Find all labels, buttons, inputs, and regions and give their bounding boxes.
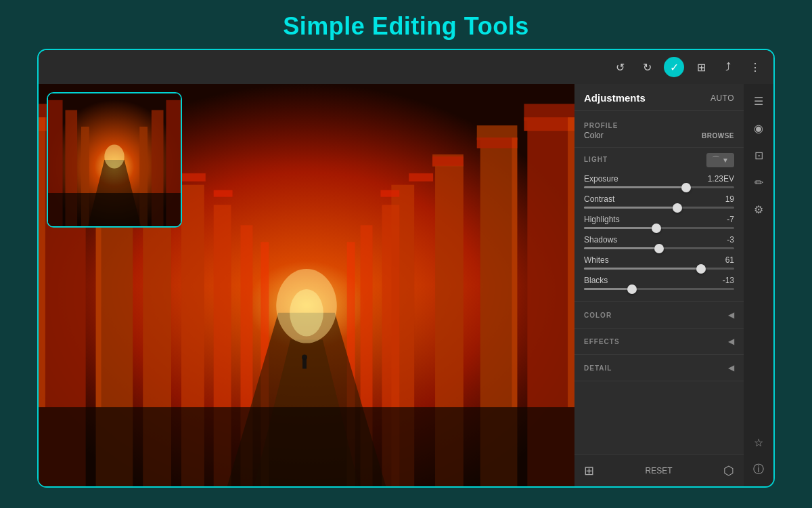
slider-highlights: Highlights -7 bbox=[584, 215, 734, 229]
svg-rect-27 bbox=[524, 117, 574, 131]
star-icon-button[interactable]: ☆ bbox=[747, 431, 770, 454]
slider-whites: Whites 61 bbox=[584, 255, 734, 270]
exposure-label: Exposure bbox=[584, 174, 618, 184]
app-frame: ↺ ↻ ✓ ⊞ ⤴ ⋮ bbox=[37, 49, 775, 488]
share-button[interactable]: ⤴ bbox=[718, 57, 738, 77]
adjustments-panel: Adjustments AUTO PROFILE Color BROWSE LI… bbox=[574, 84, 744, 486]
slider-contrast: Contrast 19 bbox=[584, 194, 734, 209]
highlights-track[interactable] bbox=[584, 227, 734, 229]
color-label: COLOR bbox=[584, 312, 612, 319]
auto-button[interactable]: AUTO bbox=[710, 93, 734, 103]
contrast-track[interactable] bbox=[584, 207, 734, 209]
svg-rect-36 bbox=[302, 358, 307, 368]
svg-rect-28 bbox=[477, 137, 518, 148]
contrast-value: 19 bbox=[725, 194, 734, 204]
profile-label: PROFILE bbox=[584, 122, 734, 129]
more-button[interactable]: ⋮ bbox=[745, 57, 765, 77]
reset-label: RESET bbox=[645, 466, 672, 475]
slider-blacks: Blacks -13 bbox=[584, 276, 734, 290]
light-label: LIGHT bbox=[584, 156, 608, 163]
whites-value: 61 bbox=[725, 255, 734, 265]
reset-button[interactable]: RESET bbox=[645, 466, 672, 475]
whites-label: Whites bbox=[584, 255, 609, 265]
svg-rect-40 bbox=[568, 117, 574, 407]
browse-button[interactable]: BROWSE bbox=[702, 132, 734, 140]
chevron-down-icon: ▼ bbox=[722, 156, 729, 164]
blacks-value: -13 bbox=[723, 276, 734, 285]
page-title: Simple Editing Tools bbox=[283, 12, 528, 41]
whites-track[interactable] bbox=[584, 268, 734, 270]
light-section-header: LIGHT ⌒ ▼ bbox=[584, 153, 734, 167]
profile-value: Color bbox=[584, 131, 604, 140]
compare-button[interactable]: ⊞ bbox=[691, 57, 711, 77]
undo-button[interactable]: ↺ bbox=[610, 57, 630, 77]
bottom-bar: ⊞ RESET ⬡ bbox=[574, 454, 744, 486]
info-icon-button[interactable]: ⓘ bbox=[747, 458, 770, 481]
svg-rect-53 bbox=[48, 193, 181, 226]
redo-button[interactable]: ↻ bbox=[637, 57, 657, 77]
slider-shadows: Shadows -3 bbox=[584, 235, 734, 249]
effects-section[interactable]: EFFECTS ◀ bbox=[574, 329, 744, 355]
export-button[interactable]: ⬡ bbox=[723, 463, 734, 478]
profile-section: PROFILE Color BROWSE bbox=[574, 117, 744, 148]
svg-point-52 bbox=[104, 144, 124, 168]
svg-rect-25 bbox=[181, 173, 206, 182]
svg-point-35 bbox=[290, 289, 323, 337]
detail-section[interactable]: DETAIL ◀ bbox=[574, 355, 744, 381]
highlights-label: Highlights bbox=[584, 215, 620, 224]
color-section[interactable]: COLOR ◀ bbox=[574, 302, 744, 329]
curve-button[interactable]: ⌒ ▼ bbox=[706, 153, 734, 167]
curve-icon: ⌒ bbox=[712, 154, 720, 166]
color-chevron-icon: ◀ bbox=[728, 310, 734, 320]
thumbnail bbox=[47, 92, 182, 228]
exposure-value: 1.23EV bbox=[708, 174, 734, 184]
exposure-track[interactable] bbox=[584, 186, 734, 188]
presets-icon: ⊞ bbox=[584, 463, 594, 478]
svg-point-37 bbox=[302, 354, 307, 360]
svg-rect-42 bbox=[512, 137, 517, 407]
contrast-label: Contrast bbox=[584, 194, 614, 204]
slider-exposure: Exposure 1.23EV bbox=[584, 174, 734, 188]
heal-icon-button[interactable]: ✏ bbox=[747, 171, 770, 194]
panel-body: PROFILE Color BROWSE LIGHT ⌒ ▼ bbox=[574, 111, 744, 454]
svg-rect-30 bbox=[409, 173, 433, 182]
export-icon: ⬡ bbox=[723, 463, 734, 478]
highlights-value: -7 bbox=[727, 215, 734, 224]
shadows-track[interactable] bbox=[584, 247, 734, 249]
masking-icon-button[interactable]: ⚙ bbox=[747, 198, 770, 221]
detail-chevron-icon: ◀ bbox=[728, 363, 734, 373]
blacks-track[interactable] bbox=[584, 288, 734, 290]
blacks-label: Blacks bbox=[584, 276, 608, 285]
effects-chevron-icon: ◀ bbox=[728, 337, 734, 346]
check-button[interactable]: ✓ bbox=[664, 57, 684, 77]
panel-title: Adjustments bbox=[584, 92, 646, 104]
svg-rect-29 bbox=[432, 156, 464, 166]
svg-rect-39 bbox=[39, 117, 45, 407]
svg-rect-31 bbox=[380, 190, 399, 197]
toolbar: ↺ ↻ ✓ ⊞ ⤴ ⋮ bbox=[39, 50, 773, 84]
shadows-value: -3 bbox=[727, 235, 734, 245]
profile-row: Color BROWSE bbox=[584, 131, 734, 140]
photo-area bbox=[39, 84, 574, 486]
svg-rect-26 bbox=[214, 190, 233, 197]
main-content: Adjustments AUTO PROFILE Color BROWSE LI… bbox=[39, 84, 773, 486]
crop-icon-button[interactable]: ⊡ bbox=[747, 144, 770, 167]
svg-rect-38 bbox=[39, 407, 574, 486]
adjustments-icon-button[interactable]: ☰ bbox=[747, 89, 770, 112]
detail-label: DETAIL bbox=[584, 364, 612, 372]
icon-sidebar: ☰ ◉ ⊡ ✏ ⚙ ☆ ⓘ bbox=[744, 84, 773, 486]
filter-icon-button[interactable]: ◉ bbox=[747, 117, 770, 140]
panel-header: Adjustments AUTO bbox=[574, 84, 744, 111]
presets-button[interactable]: ⊞ bbox=[584, 463, 594, 478]
light-section: LIGHT ⌒ ▼ Exposure 1.23EV bbox=[574, 148, 744, 302]
effects-label: EFFECTS bbox=[584, 338, 620, 345]
shadows-label: Shadows bbox=[584, 235, 617, 245]
